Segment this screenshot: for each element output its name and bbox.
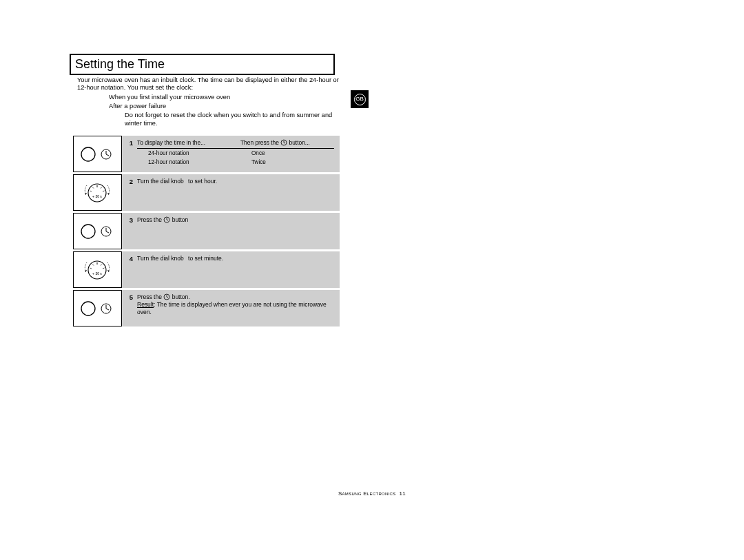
step-3: 3 Press the button — [73, 213, 340, 249]
svg-line-22 — [167, 220, 168, 220]
step3-icon — [73, 213, 122, 249]
step1-row2-right: Twice — [251, 159, 334, 167]
country-badge-label: GB — [354, 94, 366, 105]
svg-line-26 — [101, 264, 102, 265]
step1-head-left: To display the time in the... — [137, 139, 240, 147]
intro-block: Your microwave oven has an inbuilt clock… — [77, 76, 346, 127]
step5-icon — [73, 290, 122, 326]
step2-number: 2 — [122, 178, 137, 207]
step3-text-a: Press the — [137, 216, 163, 223]
svg-line-10 — [101, 187, 102, 188]
svg-line-27 — [90, 268, 92, 269]
svg-line-25 — [92, 264, 94, 265]
svg-line-6 — [284, 143, 285, 143]
svg-line-38 — [167, 297, 168, 298]
step5-number: 5 — [122, 293, 137, 323]
step5-text-b: button. — [172, 293, 190, 300]
svg-marker-31 — [107, 270, 110, 272]
step1-table-head: To display the time in the... Then press… — [137, 139, 334, 149]
svg-line-28 — [103, 268, 105, 269]
step4-text-b: to set minute. — [185, 255, 223, 262]
button-clock-icon — [79, 221, 116, 242]
button-clock-icon — [79, 298, 116, 319]
step2-text-a: Turn the dial knob — [137, 178, 184, 185]
svg-text:+ 30 s: + 30 s — [92, 271, 102, 276]
step1-row1: 24-hour notation Once — [137, 150, 334, 158]
svg-line-35 — [106, 309, 109, 310]
step4-number: 4 — [122, 255, 137, 284]
step2-icon: + 30 s — [73, 174, 122, 211]
svg-text:+ 30 s: + 30 s — [92, 194, 102, 198]
svg-line-19 — [106, 231, 109, 233]
clock-icon — [163, 216, 170, 223]
step-2: + 30 s 2 Turn the dial knob to set hour. — [73, 174, 340, 211]
step-5: 5 Press the button. Result: The time is … — [73, 290, 340, 326]
step1-icon — [73, 136, 122, 172]
step1-row2: 12-hour notation Twice — [137, 159, 334, 167]
footer-company: Samsung Electronics — [338, 490, 396, 497]
step2-text-b: to set hour. — [185, 178, 217, 185]
step1-number: 1 — [122, 139, 137, 169]
svg-marker-30 — [85, 270, 87, 272]
step1-row1-right: Once — [251, 150, 334, 158]
result-label: Result — [137, 301, 154, 308]
dial-knob-icon: + 30 s — [79, 178, 116, 208]
svg-line-3 — [106, 154, 109, 156]
step4-text-a: Turn the dial knob — [137, 255, 184, 262]
svg-point-32 — [81, 302, 95, 315]
step1-row2-left: 12-hour notation — [137, 159, 251, 167]
step2-text: Turn the dial knob to set hour. — [137, 178, 334, 207]
clock-icon — [163, 293, 170, 300]
step-4: + 30 s 4 Turn the dial knob to set minut… — [73, 251, 340, 288]
step4-text: Turn the dial knob to set minute. — [137, 255, 334, 284]
intro-note: Do not forget to reset the clock when yo… — [125, 112, 346, 127]
svg-line-9 — [92, 187, 94, 188]
step3-number: 3 — [122, 216, 137, 246]
intro-bullet2: After a power failure — [109, 103, 346, 110]
step4-icon: + 30 s — [73, 251, 122, 288]
step1-head-right-text: button... — [289, 139, 310, 146]
step-1: 1 To display the time in the... Then pre… — [73, 136, 340, 172]
button-clock-icon — [79, 144, 116, 165]
svg-marker-14 — [85, 193, 87, 195]
result-text: : The time is displayed when ever you ar… — [137, 301, 327, 315]
page-footer: Samsung Electronics 11 — [0, 490, 744, 497]
svg-marker-15 — [107, 193, 110, 195]
step5-text: Press the button. Result: The time is di… — [137, 293, 334, 323]
steps-list: 1 To display the time in the... Then pre… — [73, 136, 340, 329]
intro-bullet1: When you first install your microwave ov… — [109, 94, 346, 101]
svg-line-11 — [90, 191, 92, 191]
step1-head-right: Then press the button... — [240, 139, 334, 147]
step3-text: Press the button — [137, 216, 334, 246]
step5-text-a: Press the — [137, 293, 163, 300]
clock-icon — [280, 139, 287, 146]
country-badge: GB — [350, 90, 369, 109]
step3-text-b: button — [172, 216, 189, 223]
footer-pagenum: 11 — [400, 490, 406, 497]
step1-head-mid-text: Then press the — [240, 139, 280, 146]
intro-line1: Your microwave oven has an inbuilt clock… — [77, 76, 346, 92]
step1-row1-left: 24-hour notation — [137, 150, 251, 158]
manual-page: Setting the Time GB Your microwave oven … — [0, 0, 744, 560]
svg-line-12 — [103, 191, 105, 191]
svg-point-16 — [81, 225, 95, 238]
section-title: Setting the Time — [70, 54, 335, 75]
dial-knob-icon: + 30 s — [79, 255, 116, 285]
svg-point-0 — [81, 147, 95, 161]
